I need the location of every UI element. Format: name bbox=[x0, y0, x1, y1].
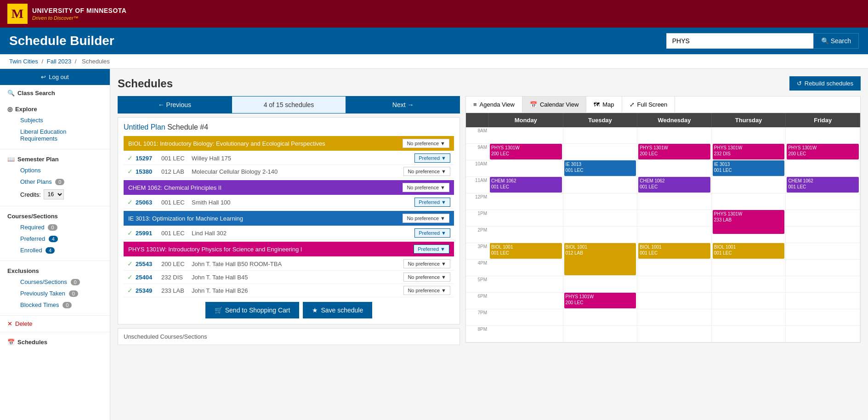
event-biol[interactable]: BIOL 1001001 LEC bbox=[490, 243, 562, 259]
cart-icon: 🛒 bbox=[215, 306, 222, 314]
section-num[interactable]: 15380 bbox=[136, 168, 159, 175]
section-pref-button[interactable]: No preference ▼ bbox=[403, 286, 450, 295]
event-phys[interactable]: PHYS 1301W200 LEC bbox=[787, 144, 859, 159]
search-icon: 🔍 bbox=[821, 37, 829, 45]
event-biol[interactable]: BIOL 1001001 LEC bbox=[638, 243, 710, 259]
breadcrumb-current: Schedules bbox=[82, 58, 110, 65]
section-num[interactable]: 25349 bbox=[136, 287, 159, 294]
section-num[interactable]: 25404 bbox=[136, 274, 159, 281]
sidebar-explore-section: ◎ Explore Subjects Liberal Education Req… bbox=[0, 101, 110, 147]
chem-pref-button[interactable]: No preference ▼ bbox=[403, 183, 449, 192]
sidebar-item-liberal-ed[interactable]: Liberal Education Requirements bbox=[7, 126, 102, 144]
sidebar-item-enrolled[interactable]: Enrolled 4 bbox=[7, 244, 102, 256]
section-pref-button[interactable]: No preference ▼ bbox=[403, 272, 450, 282]
hour-row bbox=[563, 276, 637, 293]
send-to-cart-button[interactable]: 🛒 Send to Shopping Cart bbox=[205, 302, 300, 318]
save-schedule-button[interactable]: ★ Save schedule bbox=[303, 302, 372, 318]
logout-button[interactable]: ↩ Log out bbox=[0, 69, 110, 85]
section-pref-button[interactable]: Preferred ▼ bbox=[414, 198, 450, 207]
section-pref-button[interactable]: No preference ▼ bbox=[403, 167, 450, 176]
event-phys[interactable]: PHYS 1301W200 LEC bbox=[490, 144, 562, 159]
section-pref-button[interactable]: Preferred ▼ bbox=[414, 228, 450, 238]
section-num[interactable]: 25543 bbox=[136, 261, 159, 267]
event-ie[interactable]: IE 3013001 LEC bbox=[564, 160, 636, 176]
sidebar-item-subjects[interactable]: Subjects bbox=[7, 114, 102, 126]
schedule-card: Untitled Plan Schedule #4 BIOL 1001: Int… bbox=[118, 117, 460, 324]
next-button[interactable]: Next → bbox=[346, 96, 460, 114]
refresh-icon: ↺ bbox=[797, 80, 802, 87]
hour-row bbox=[637, 210, 711, 227]
logo-area: M UNIVERSITY OF MINNESOTA Driven to Disc… bbox=[7, 4, 126, 24]
credits-row: Credits: 16 15 17 18 bbox=[7, 187, 102, 201]
section-room[interactable]: John T. Tate Hall B26 bbox=[192, 287, 401, 294]
section-type: 001 LEC bbox=[161, 155, 189, 162]
sidebar-item-required[interactable]: Required 0 bbox=[7, 221, 102, 233]
event-biol[interactable]: BIOL 1001001 LEC bbox=[713, 243, 785, 259]
event-chem[interactable]: CHEM 1062001 LEC bbox=[787, 177, 859, 193]
section-type: 001 LEC bbox=[161, 230, 189, 237]
phys-section-2: ✓ 25349 233 LAB John T. Tate Hall B26 No… bbox=[124, 284, 454, 297]
event-phys[interactable]: PHYS 1301W232 DIS bbox=[713, 144, 785, 159]
search-input[interactable] bbox=[666, 33, 813, 49]
section-num[interactable]: 15297 bbox=[136, 155, 159, 162]
section-room[interactable]: Willey Hall 175 bbox=[192, 155, 412, 162]
event-chem[interactable]: CHEM 1062001 LEC bbox=[638, 177, 710, 193]
previous-button[interactable]: ← Previous bbox=[118, 96, 232, 114]
search-button[interactable]: 🔍 Search bbox=[813, 33, 859, 49]
event-phys[interactable]: PHYS 1301W233 LAB bbox=[713, 210, 785, 234]
sidebar-item-courses-excl[interactable]: Courses/Sections 0 bbox=[7, 276, 102, 288]
section-pref-button[interactable]: No preference ▼ bbox=[403, 259, 450, 268]
hour-row bbox=[712, 326, 786, 342]
hour-row bbox=[786, 227, 860, 243]
hour-row bbox=[563, 177, 637, 193]
sidebar-item-blocked[interactable]: Blocked Times 0 bbox=[7, 299, 102, 311]
section-pref-button[interactable]: Preferred ▼ bbox=[414, 153, 450, 163]
credits-select[interactable]: 16 15 17 18 bbox=[44, 189, 64, 199]
check-icon: ✓ bbox=[127, 168, 133, 175]
sidebar-item-options[interactable]: Options bbox=[7, 165, 102, 176]
monday-header: Monday bbox=[489, 113, 563, 127]
biol-pref-button[interactable]: No preference ▼ bbox=[403, 139, 449, 148]
event-phys[interactable]: PHYS 1301W200 LEC bbox=[638, 144, 710, 159]
delete-button[interactable]: ✕ Delete bbox=[0, 318, 110, 330]
sidebar-item-prev-taken[interactable]: Previously Taken 0 bbox=[7, 288, 102, 299]
hour-row bbox=[786, 309, 860, 326]
phys-pref-button[interactable]: Preferred ▼ bbox=[414, 244, 449, 254]
plan-link[interactable]: Untitled Plan bbox=[124, 123, 165, 131]
section-room[interactable]: Lind Hall 302 bbox=[192, 230, 412, 237]
event-phys[interactable]: PHYS 1301W200 LEC bbox=[564, 293, 636, 308]
left-panel: ← Previous 4 of 15 schedules Next → Unti… bbox=[118, 96, 460, 345]
check-icon: ✓ bbox=[127, 229, 133, 237]
ie-pref-button[interactable]: No preference ▼ bbox=[403, 214, 449, 223]
section-room[interactable]: John T. Tate Hall B50 ROOM-TBA bbox=[192, 261, 401, 267]
sidebar-item-other-plans[interactable]: Other Plans 0 bbox=[7, 176, 102, 187]
section-room[interactable]: John T. Tate Hall B45 bbox=[192, 274, 401, 281]
time-label: 8PM bbox=[466, 326, 489, 342]
section-room[interactable]: Molecular Cellular Biology 2-140 bbox=[192, 168, 401, 175]
rebuild-schedules-button[interactable]: ↺ Rebuild schedules bbox=[789, 76, 861, 91]
biol-course-header: BIOL 1001: Introductory Biology: Evoluti… bbox=[124, 136, 454, 151]
breadcrumb-fall2023[interactable]: Fall 2023 bbox=[47, 58, 71, 65]
sidebar-schedules-section: 📅 Schedules bbox=[0, 334, 110, 350]
event-biol[interactable]: BIOL 1001012 LAB bbox=[564, 243, 636, 275]
tab-full-screen[interactable]: ⤢ Full Screen bbox=[622, 96, 675, 113]
event-chem[interactable]: CHEM 1062001 LEC bbox=[490, 177, 562, 193]
hour-row bbox=[563, 193, 637, 210]
class-search-title: 🔍 Class Search bbox=[7, 90, 102, 96]
section-room[interactable]: Smith Hall 100 bbox=[192, 199, 412, 206]
hour-row bbox=[489, 210, 563, 227]
map-icon: 🗺 bbox=[594, 101, 600, 108]
tab-agenda-view[interactable]: ≡ Agenda View bbox=[466, 96, 522, 113]
fullscreen-icon: ⤢ bbox=[630, 101, 635, 108]
event-ie[interactable]: IE 3013001 LEC bbox=[713, 160, 785, 176]
breadcrumb-twin-cities[interactable]: Twin Cities bbox=[9, 58, 38, 65]
explore-title: ◎ Explore bbox=[7, 106, 102, 113]
tab-calendar-view[interactable]: 📅 Calendar View bbox=[522, 96, 586, 113]
hour-row bbox=[712, 293, 786, 309]
tab-map[interactable]: 🗺 Map bbox=[586, 96, 622, 113]
sidebar-item-preferred[interactable]: Preferred 4 bbox=[7, 233, 102, 244]
content-area: Schedules ↺ Rebuild schedules ← Previous… bbox=[110, 69, 868, 420]
schedule-card-title: Untitled Plan Schedule #4 bbox=[124, 123, 454, 131]
section-num[interactable]: 25991 bbox=[136, 230, 159, 237]
section-num[interactable]: 25063 bbox=[136, 199, 159, 206]
